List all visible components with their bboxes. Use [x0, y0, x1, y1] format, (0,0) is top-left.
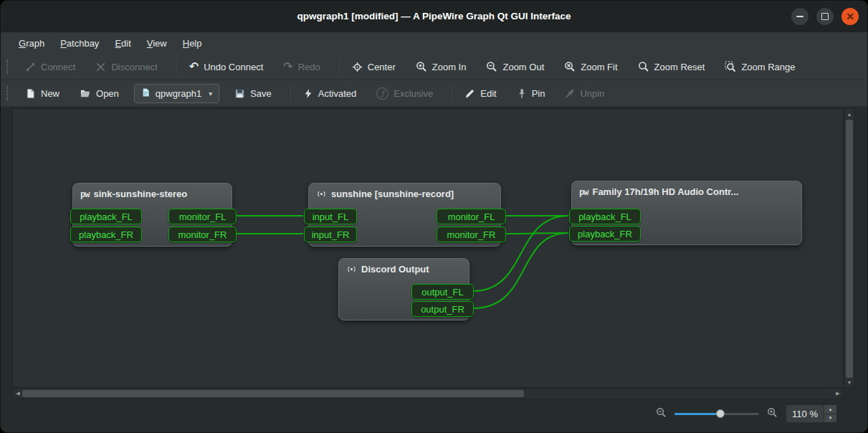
zoom-out-icon — [486, 61, 497, 72]
center-label: Center — [368, 62, 396, 72]
port-discord-output_FL[interactable]: output_FL — [411, 284, 474, 300]
open-folder-icon — [80, 88, 91, 99]
zoom-in-small-icon[interactable] — [767, 407, 778, 421]
unpin-icon — [565, 88, 575, 99]
zoom-reset-label: Zoom Reset — [654, 62, 705, 72]
scroll-down-arrow-icon[interactable]: ▼ — [844, 377, 854, 387]
port-sink-playback_FR[interactable]: playback_FR — [70, 227, 142, 242]
exclusive-button[interactable]: ƒ Exclusive — [368, 83, 441, 104]
zoom-slider-fill — [674, 413, 720, 415]
zoom-fit-button[interactable]: Zoom Fit — [556, 57, 625, 77]
zoom-fit-icon — [564, 61, 576, 72]
port-family-playback_FL[interactable]: playback_FL — [569, 209, 641, 224]
node-family-audio-controller[interactable]: pw Family 17h/19h HD Audio Contr... play… — [571, 181, 802, 245]
new-button[interactable]: New — [17, 84, 67, 103]
menu-patchbay[interactable]: Patchbay — [52, 35, 107, 52]
disconnect-button[interactable]: Disconnect — [87, 57, 165, 77]
node-sink-sunshine-stereo[interactable]: pw sink-sunshine-stereo playback_FL play… — [72, 183, 232, 247]
app-window: qpwgraph1 [modified] — A PipeWire Graph … — [0, 0, 868, 433]
port-sunshine-monitor_FL[interactable]: monitor_FL — [437, 209, 506, 224]
open-label: Open — [96, 88, 119, 99]
redo-button[interactable]: ↷ Redo — [275, 57, 328, 77]
zoom-range-button[interactable]: Zoom Range — [717, 57, 803, 77]
edit-button[interactable]: Edit — [457, 84, 504, 103]
port-label: monitor_FL — [179, 211, 226, 222]
open-button[interactable]: Open — [72, 84, 127, 103]
pin-button[interactable]: Pin — [509, 84, 553, 103]
edit-pencil-icon — [464, 88, 475, 99]
zoom-spinbox[interactable]: 110 % ▲ ▼ — [786, 404, 837, 423]
vertical-scrollbar-thumb[interactable] — [846, 120, 853, 378]
zoom-in-label: Zoom In — [432, 62, 467, 72]
pin-icon — [517, 88, 527, 99]
zoom-slider[interactable] — [674, 409, 759, 419]
toolbar-drag-handle[interactable] — [6, 60, 10, 74]
graph-canvas[interactable]: pw sink-sunshine-stereo playback_FL play… — [12, 108, 844, 388]
activated-label: Activated — [318, 88, 356, 99]
unpin-button[interactable]: Unpin — [557, 84, 612, 103]
session-toolbar: New Open qpwgraph1 ▾ Save Ac — [1, 80, 867, 107]
node-header: Discord Output — [339, 259, 469, 275]
scroll-left-arrow-icon[interactable]: ◀ — [13, 389, 23, 399]
central-area: pw sink-sunshine-stereo playback_FL play… — [1, 107, 867, 399]
graph-toolbar: Connect Disconnect ↶ Undo Connect ↷ Redo… — [1, 54, 867, 80]
minimize-button[interactable] — [791, 8, 809, 25]
session-name: qpwgraph1 — [156, 88, 201, 99]
connect-button[interactable]: Connect — [17, 57, 83, 77]
session-selector[interactable]: qpwgraph1 ▾ — [134, 84, 219, 103]
port-sunshine-monitor_FR[interactable]: monitor_FR — [437, 227, 506, 242]
port-sunshine-input_FR[interactable]: input_FR — [304, 227, 357, 242]
spin-up-icon[interactable]: ▲ — [824, 405, 836, 414]
minimize-icon — [796, 16, 803, 17]
save-button[interactable]: Save — [226, 84, 280, 103]
zoom-slider-handle[interactable] — [716, 409, 725, 418]
close-button[interactable]: ✕ — [841, 8, 859, 25]
zoom-reset-button[interactable]: Zoom Reset — [630, 57, 713, 77]
port-sink-monitor_FL[interactable]: monitor_FL — [168, 209, 237, 224]
zoom-out-small-icon[interactable] — [656, 407, 667, 421]
maximize-button[interactable] — [816, 8, 834, 25]
vertical-scrollbar[interactable]: ▲ ▼ — [844, 108, 855, 388]
zoom-fit-label: Zoom Fit — [581, 62, 617, 72]
menu-help[interactable]: Help — [175, 35, 210, 52]
zoom-out-button[interactable]: Zoom Out — [478, 57, 552, 77]
node-header: pw Family 17h/19h HD Audio Contr... — [572, 181, 801, 197]
node-title-text: Discord Output — [361, 264, 429, 275]
menu-view[interactable]: View — [139, 35, 175, 52]
scroll-right-arrow-icon[interactable]: ▶ — [833, 389, 843, 399]
port-sink-playback_FL[interactable]: playback_FL — [70, 209, 142, 224]
exclusive-icon: ƒ — [376, 87, 388, 100]
port-family-playback_FR[interactable]: playback_FR — [569, 226, 641, 242]
menu-edit[interactable]: Edit — [107, 35, 138, 52]
menu-graph[interactable]: Graph — [11, 35, 52, 52]
port-label: playback_FR — [578, 229, 632, 239]
audio-device-icon — [346, 264, 357, 275]
zoom-in-button[interactable]: Zoom In — [408, 57, 474, 77]
activated-lightning-icon — [303, 88, 313, 99]
undo-connect-button[interactable]: ↶ Undo Connect — [181, 57, 272, 77]
port-sunshine-input_FL[interactable]: input_FL — [304, 209, 357, 224]
pin-label: Pin — [532, 88, 545, 99]
port-label: input_FL — [313, 211, 349, 222]
menubar: Graph Patchbay Edit View Help — [1, 32, 867, 54]
zoom-range-icon — [725, 61, 736, 72]
connection-sunshine-monitorFR-to-family-playbackFR[interactable] — [505, 233, 568, 234]
toolbar-drag-handle[interactable] — [6, 86, 10, 100]
port-sink-monitor_FR[interactable]: monitor_FR — [168, 227, 237, 242]
horizontal-scrollbar-thumb[interactable] — [22, 390, 524, 397]
activated-button[interactable]: Activated — [295, 84, 364, 103]
node-discord-output[interactable]: Discord Output output_FL output_FR — [338, 258, 469, 320]
horizontal-scrollbar[interactable]: ◀ ▶ — [12, 388, 844, 399]
window-title: qpwgraph1 [modified] — A PipeWire Graph … — [297, 1, 571, 32]
scroll-up-arrow-icon[interactable]: ▲ — [844, 109, 854, 119]
exclusive-label: Exclusive — [394, 88, 433, 99]
node-header: pw sink-sunshine-stereo — [73, 184, 232, 199]
spin-down-icon[interactable]: ▼ — [824, 414, 836, 423]
node-sunshine[interactable]: sunshine [sunshine-record] input_FL inpu… — [308, 183, 501, 247]
center-button[interactable]: Center — [344, 57, 404, 77]
redo-icon: ↷ — [283, 62, 292, 72]
save-icon — [234, 88, 245, 99]
port-discord-output_FR[interactable]: output_FR — [411, 301, 474, 317]
redo-label: Redo — [298, 62, 320, 72]
statusbar: 110 % ▲ ▼ — [1, 399, 867, 432]
